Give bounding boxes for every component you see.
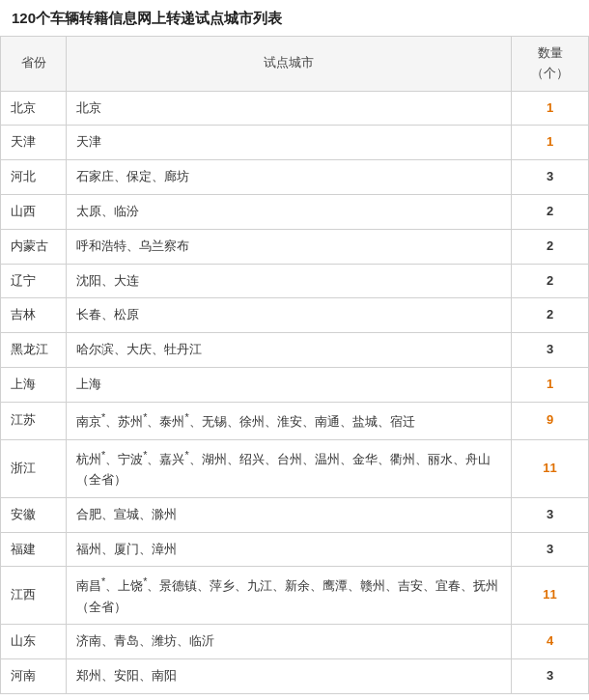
table-row: 福建福州、厦门、漳州3	[1, 532, 589, 567]
cell-cities: 沈阳、大连	[67, 264, 512, 298]
cell-province: 江苏	[1, 402, 67, 439]
cell-province: 福建	[1, 532, 67, 567]
cell-province: 吉林	[1, 298, 67, 333]
cell-province: 浙江	[1, 439, 67, 497]
cell-cities: 上海	[67, 367, 512, 402]
table-row: 黑龙江哈尔滨、大庆、牡丹江3	[1, 333, 589, 368]
cell-count: 1	[512, 91, 589, 126]
cell-province: 山东	[1, 625, 67, 659]
cell-province: 上海	[1, 367, 67, 402]
cell-province: 辽宁	[1, 264, 67, 298]
cell-cities: 天津	[67, 126, 512, 160]
cell-count: 2	[512, 298, 589, 333]
cell-count: 9	[512, 402, 589, 439]
cell-count: 3	[512, 333, 589, 368]
cell-count: 3	[512, 532, 589, 567]
cell-count: 2	[512, 264, 589, 298]
cell-cities: 杭州*、宁波*、嘉兴*、湖州、绍兴、台州、温州、金华、衢州、丽水、舟山（全省）	[67, 439, 512, 497]
cell-province: 内蒙古	[1, 229, 67, 264]
cell-count: 11	[512, 567, 589, 625]
cell-province: 北京	[1, 91, 67, 126]
table-row: 江苏南京*、苏州*、泰州*、无锡、徐州、淮安、南通、盐城、宿迁9	[1, 402, 589, 439]
main-table: 省份 试点城市 数量（个） 北京北京1天津天津1河北石家庄、保定、廊坊3山西太原…	[0, 36, 589, 694]
cell-province: 天津	[1, 126, 67, 160]
cell-cities: 南京*、苏州*、泰州*、无锡、徐州、淮安、南通、盐城、宿迁	[67, 402, 512, 439]
cell-count: 4	[512, 625, 589, 659]
table-row: 辽宁沈阳、大连2	[1, 264, 589, 298]
cell-province: 安徽	[1, 497, 67, 532]
table-header-row: 省份 试点城市 数量（个）	[1, 37, 589, 92]
header-province: 省份	[1, 37, 67, 92]
table-row: 河南郑州、安阳、南阳3	[1, 659, 589, 694]
cell-cities: 长春、松原	[67, 298, 512, 333]
cell-province: 江西	[1, 567, 67, 625]
cell-count: 3	[512, 160, 589, 195]
cell-count: 2	[512, 229, 589, 264]
cell-province: 河北	[1, 160, 67, 195]
cell-cities: 济南、青岛、潍坊、临沂	[67, 625, 512, 659]
table-row: 吉林长春、松原2	[1, 298, 589, 333]
cell-province: 河南	[1, 659, 67, 694]
cell-count: 1	[512, 367, 589, 402]
cell-count: 2	[512, 194, 589, 229]
cell-cities: 福州、厦门、漳州	[67, 532, 512, 567]
header-count: 数量（个）	[512, 37, 589, 92]
cell-cities: 合肥、宣城、滁州	[67, 497, 512, 532]
table-row: 山东济南、青岛、潍坊、临沂4	[1, 625, 589, 659]
table-row: 山西太原、临汾2	[1, 194, 589, 229]
cell-count: 11	[512, 439, 589, 497]
header-cities: 试点城市	[67, 37, 512, 92]
table-row: 江西南昌*、上饶*、景德镇、萍乡、九江、新余、鹰潭、赣州、吉安、宜春、抚州（全省…	[1, 567, 589, 625]
cell-count: 3	[512, 659, 589, 694]
table-row: 内蒙古呼和浩特、乌兰察布2	[1, 229, 589, 264]
table-row: 河北石家庄、保定、廊坊3	[1, 160, 589, 195]
cell-cities: 郑州、安阳、南阳	[67, 659, 512, 694]
table-row: 天津天津1	[1, 126, 589, 160]
cell-cities: 呼和浩特、乌兰察布	[67, 229, 512, 264]
cell-province: 山西	[1, 194, 67, 229]
table-row: 安徽合肥、宣城、滁州3	[1, 497, 589, 532]
cell-count: 1	[512, 126, 589, 160]
cell-count: 3	[512, 497, 589, 532]
cell-cities: 哈尔滨、大庆、牡丹江	[67, 333, 512, 368]
table-row: 北京北京1	[1, 91, 589, 126]
page-title: 120个车辆转籍信息网上转递试点城市列表	[0, 0, 589, 36]
table-row: 上海上海1	[1, 367, 589, 402]
cell-cities: 北京	[67, 91, 512, 126]
cell-cities: 石家庄、保定、廊坊	[67, 160, 512, 195]
cell-cities: 太原、临汾	[67, 194, 512, 229]
cell-province: 黑龙江	[1, 333, 67, 368]
cell-cities: 南昌*、上饶*、景德镇、萍乡、九江、新余、鹰潭、赣州、吉安、宜春、抚州（全省）	[67, 567, 512, 625]
table-row: 浙江杭州*、宁波*、嘉兴*、湖州、绍兴、台州、温州、金华、衢州、丽水、舟山（全省…	[1, 439, 589, 497]
